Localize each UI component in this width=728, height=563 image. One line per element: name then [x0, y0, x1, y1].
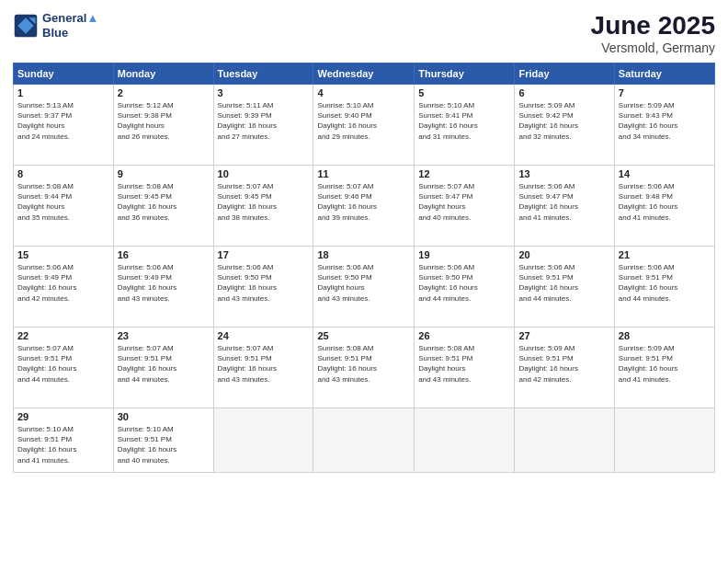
page-header: General▲ Blue June 2025 Versmold, German…	[13, 11, 715, 55]
col-friday: Friday	[515, 63, 614, 85]
day-cell: 2 Sunrise: 5:12 AMSunset: 9:38 PMDayligh…	[113, 85, 213, 166]
day-cell: 27 Sunrise: 5:09 AMSunset: 9:51 PMDaylig…	[515, 327, 614, 408]
day-cell: 7 Sunrise: 5:09 AMSunset: 9:43 PMDayligh…	[614, 85, 714, 166]
day-cell: 23 Sunrise: 5:07 AMSunset: 9:51 PMDaylig…	[113, 327, 213, 408]
day-cell: 24 Sunrise: 5:07 AMSunset: 9:51 PMDaylig…	[213, 327, 313, 408]
col-sunday: Sunday	[14, 63, 114, 85]
day-cell: 3 Sunrise: 5:11 AMSunset: 9:39 PMDayligh…	[213, 85, 313, 166]
col-thursday: Thursday	[415, 63, 515, 85]
day-cell: 13 Sunrise: 5:06 AMSunset: 9:47 PMDaylig…	[515, 166, 614, 247]
day-cell: 20 Sunrise: 5:06 AMSunset: 9:51 PMDaylig…	[515, 247, 614, 327]
calendar-page: General▲ Blue June 2025 Versmold, German…	[0, 0, 728, 563]
day-cell: 30 Sunrise: 5:10 AMSunset: 9:51 PMDaylig…	[113, 408, 213, 473]
col-tuesday: Tuesday	[213, 63, 313, 85]
day-cell: 11 Sunrise: 5:07 AMSunset: 9:46 PMDaylig…	[313, 166, 415, 247]
day-cell: 16 Sunrise: 5:06 AMSunset: 9:49 PMDaylig…	[113, 247, 213, 327]
table-row: 1 Sunrise: 5:13 AMSunset: 9:37 PMDayligh…	[14, 85, 715, 166]
day-cell-empty	[515, 408, 614, 473]
title-block: June 2025 Versmold, Germany	[591, 11, 715, 55]
logo-text-line1: General▲	[42, 11, 98, 26]
day-cell: 8 Sunrise: 5:08 AMSunset: 9:44 PMDayligh…	[14, 166, 114, 247]
calendar-header-row: Sunday Monday Tuesday Wednesday Thursday…	[14, 63, 715, 85]
logo-icon	[13, 13, 39, 39]
table-row: 15 Sunrise: 5:06 AMSunset: 9:49 PMDaylig…	[14, 247, 715, 327]
day-cell-empty	[313, 408, 415, 473]
day-cell-empty	[614, 408, 714, 473]
day-cell: 5 Sunrise: 5:10 AMSunset: 9:41 PMDayligh…	[415, 85, 515, 166]
col-wednesday: Wednesday	[313, 63, 415, 85]
day-cell: 12 Sunrise: 5:07 AMSunset: 9:47 PMDaylig…	[415, 166, 515, 247]
day-cell: 6 Sunrise: 5:09 AMSunset: 9:42 PMDayligh…	[515, 85, 614, 166]
day-cell: 18 Sunrise: 5:06 AMSunset: 9:50 PMDaylig…	[313, 247, 415, 327]
day-cell: 4 Sunrise: 5:10 AMSunset: 9:40 PMDayligh…	[313, 85, 415, 166]
day-cell: 15 Sunrise: 5:06 AMSunset: 9:49 PMDaylig…	[14, 247, 114, 327]
day-cell: 10 Sunrise: 5:07 AMSunset: 9:45 PMDaylig…	[213, 166, 313, 247]
table-row: 29 Sunrise: 5:10 AMSunset: 9:51 PMDaylig…	[14, 408, 715, 473]
col-saturday: Saturday	[614, 63, 714, 85]
day-cell: 14 Sunrise: 5:06 AMSunset: 9:48 PMDaylig…	[614, 166, 714, 247]
day-cell: 28 Sunrise: 5:09 AMSunset: 9:51 PMDaylig…	[614, 327, 714, 408]
calendar-subtitle: Versmold, Germany	[591, 40, 715, 55]
day-cell: 9 Sunrise: 5:08 AMSunset: 9:45 PMDayligh…	[113, 166, 213, 247]
col-monday: Monday	[113, 63, 213, 85]
day-cell: 26 Sunrise: 5:08 AMSunset: 9:51 PMDaylig…	[415, 327, 515, 408]
logo-text-line2: Blue	[42, 26, 98, 40]
table-row: 8 Sunrise: 5:08 AMSunset: 9:44 PMDayligh…	[14, 166, 715, 247]
day-cell-empty	[415, 408, 515, 473]
calendar-title: June 2025	[591, 11, 715, 40]
calendar-table: Sunday Monday Tuesday Wednesday Thursday…	[13, 63, 715, 473]
day-cell: 1 Sunrise: 5:13 AMSunset: 9:37 PMDayligh…	[14, 85, 114, 166]
day-cell: 22 Sunrise: 5:07 AMSunset: 9:51 PMDaylig…	[14, 327, 114, 408]
day-cell-empty	[213, 408, 313, 473]
day-cell: 17 Sunrise: 5:06 AMSunset: 9:50 PMDaylig…	[213, 247, 313, 327]
day-cell: 25 Sunrise: 5:08 AMSunset: 9:51 PMDaylig…	[313, 327, 415, 408]
day-cell: 21 Sunrise: 5:06 AMSunset: 9:51 PMDaylig…	[614, 247, 714, 327]
day-cell: 19 Sunrise: 5:06 AMSunset: 9:50 PMDaylig…	[415, 247, 515, 327]
table-row: 22 Sunrise: 5:07 AMSunset: 9:51 PMDaylig…	[14, 327, 715, 408]
logo: General▲ Blue	[13, 11, 98, 40]
day-cell: 29 Sunrise: 5:10 AMSunset: 9:51 PMDaylig…	[14, 408, 114, 473]
